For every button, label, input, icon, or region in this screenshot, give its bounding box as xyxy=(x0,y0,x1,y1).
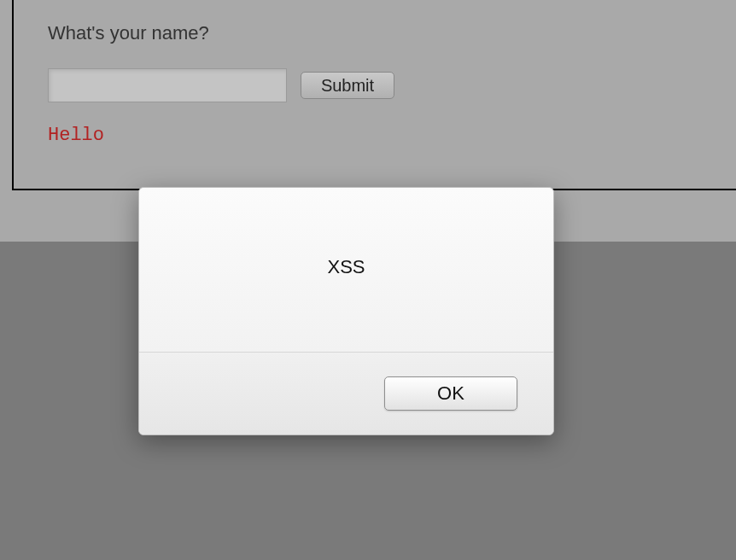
dialog-message: XSS xyxy=(327,256,365,278)
ok-button[interactable]: OK xyxy=(384,376,517,411)
dialog-footer: OK xyxy=(139,353,553,435)
dialog-body: XSS xyxy=(139,188,553,353)
alert-dialog: XSS OK xyxy=(138,187,554,435)
modal-overlay: XSS OK xyxy=(0,0,736,560)
